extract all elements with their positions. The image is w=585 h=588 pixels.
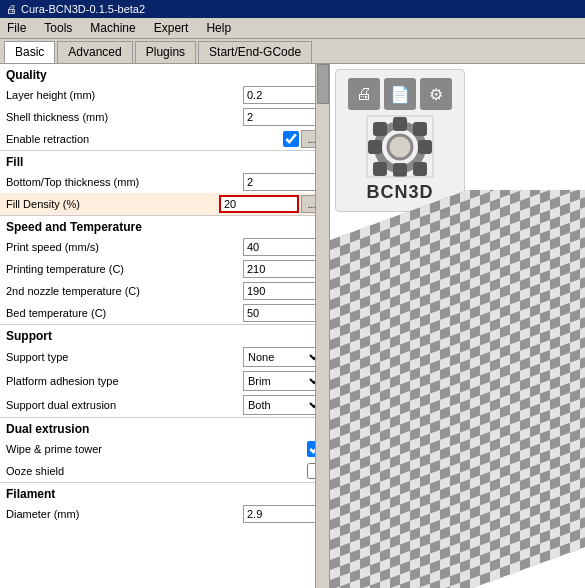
checkerboard-svg — [330, 190, 585, 588]
label-print-temp: Printing temperature (C) — [6, 263, 243, 275]
svg-point-9 — [388, 135, 412, 159]
select-support-dual-extrusion[interactable]: Both First extruder Second extruder — [243, 395, 323, 415]
label-shell-thickness: Shell thickness (mm) — [6, 111, 243, 123]
row-wipe-prime-tower: Wipe & prime tower — [0, 438, 329, 460]
input-print-speed[interactable] — [243, 238, 323, 256]
row-support-dual-extrusion: Support dual extrusion Both First extrud… — [0, 393, 329, 417]
label-layer-height: Layer height (mm) — [6, 89, 243, 101]
row-diameter: Diameter (mm) — [0, 503, 329, 525]
section-quality: Quality — [0, 64, 329, 84]
svg-rect-8 — [415, 164, 425, 174]
row-layer-height: Layer height (mm) — [0, 84, 329, 106]
document-icon: 📄 — [384, 78, 416, 110]
window-title: Cura-BCN3D-0.1.5-beta2 — [21, 3, 145, 15]
scrollbar-thumb[interactable] — [317, 64, 329, 104]
label-fill-density: Fill Density (%) — [6, 198, 219, 210]
section-fill: Fill — [0, 150, 329, 171]
svg-rect-14 — [330, 190, 585, 588]
left-panel: Quality Layer height (mm) Shell thicknes… — [0, 64, 330, 588]
row-ooze-shield: Ooze shield — [0, 460, 329, 482]
label-wipe-prime-tower: Wipe & prime tower — [6, 443, 307, 455]
input-bottom-top-thickness[interactable] — [243, 173, 323, 191]
section-support: Support — [0, 324, 329, 345]
label-ooze-shield: Ooze shield — [6, 465, 307, 477]
label-enable-retraction: Enable retraction — [6, 133, 283, 145]
label-support-type: Support type — [6, 351, 243, 363]
row-bottom-top-thickness: Bottom/Top thickness (mm) — [0, 171, 329, 193]
input-shell-thickness[interactable] — [243, 108, 323, 126]
scrollbar-track[interactable] — [315, 64, 329, 588]
printer-icon: 🖨 — [348, 78, 380, 110]
bcn3d-icons: 🖨 📄 ⚙ — [348, 78, 452, 110]
svg-rect-5 — [375, 124, 385, 134]
menu-help[interactable]: Help — [203, 20, 234, 36]
select-platform-adhesion[interactable]: None Brim Raft — [243, 371, 323, 391]
title-bar: 🖨 Cura-BCN3D-0.1.5-beta2 — [0, 0, 585, 18]
app-icon: 🖨 — [6, 3, 17, 15]
tab-basic[interactable]: Basic — [4, 41, 55, 63]
row-shell-thickness: Shell thickness (mm) — [0, 106, 329, 128]
input-fill-density[interactable] — [219, 195, 299, 213]
svg-rect-7 — [375, 164, 385, 174]
row-support-type: Support type None Touching buildplate Ev… — [0, 345, 329, 369]
menu-bar: File Tools Machine Expert Help — [0, 18, 585, 39]
tab-plugins[interactable]: Plugins — [135, 41, 196, 63]
section-filament: Filament — [0, 482, 329, 503]
label-print-speed: Print speed (mm/s) — [6, 241, 243, 253]
label-bed-temp: Bed temperature (C) — [6, 307, 243, 319]
row-print-temp: Printing temperature (C) — [0, 258, 329, 280]
label-platform-adhesion: Platform adhesion type — [6, 375, 243, 387]
label-bottom-top-thickness: Bottom/Top thickness (mm) — [6, 176, 243, 188]
input-2nd-nozzle-temp[interactable] — [243, 282, 323, 300]
row-fill-density: Fill Density (%) ... — [0, 193, 329, 215]
row-platform-adhesion: Platform adhesion type None Brim Raft — [0, 369, 329, 393]
input-print-temp[interactable] — [243, 260, 323, 278]
tab-advanced[interactable]: Advanced — [57, 41, 132, 63]
section-speed: Speed and Temperature — [0, 215, 329, 236]
label-2nd-nozzle-temp: 2nd nozzle temperature (C) — [6, 285, 243, 297]
svg-rect-1 — [395, 119, 405, 129]
main-area: Quality Layer height (mm) Shell thicknes… — [0, 64, 585, 588]
row-bed-temp: Bed temperature (C) — [0, 302, 329, 324]
svg-rect-4 — [420, 142, 430, 152]
menu-tools[interactable]: Tools — [41, 20, 75, 36]
checkbox-enable-retraction[interactable] — [283, 131, 299, 147]
select-support-type[interactable]: None Touching buildplate Everywhere — [243, 347, 323, 367]
input-diameter[interactable] — [243, 505, 323, 523]
input-bed-temp[interactable] — [243, 304, 323, 322]
row-print-speed: Print speed (mm/s) — [0, 236, 329, 258]
label-diameter: Diameter (mm) — [6, 508, 243, 520]
tab-bar: Basic Advanced Plugins Start/End-GCode — [0, 39, 585, 64]
input-layer-height[interactable] — [243, 86, 323, 104]
right-panel: 🖨 📄 ⚙ — [330, 64, 585, 588]
label-support-dual-extrusion: Support dual extrusion — [6, 399, 243, 411]
svg-rect-6 — [415, 124, 425, 134]
gear-icon-logo: ⚙ — [420, 78, 452, 110]
section-dual-extrusion: Dual extrusion — [0, 417, 329, 438]
menu-machine[interactable]: Machine — [87, 20, 138, 36]
bcn3d-gear-svg — [365, 114, 435, 179]
row-2nd-nozzle-temp: 2nd nozzle temperature (C) — [0, 280, 329, 302]
menu-expert[interactable]: Expert — [151, 20, 192, 36]
svg-rect-2 — [395, 165, 405, 175]
svg-rect-3 — [370, 142, 380, 152]
row-enable-retraction: Enable retraction ... — [0, 128, 329, 150]
tab-startend-gcode[interactable]: Start/End-GCode — [198, 41, 312, 63]
menu-file[interactable]: File — [4, 20, 29, 36]
